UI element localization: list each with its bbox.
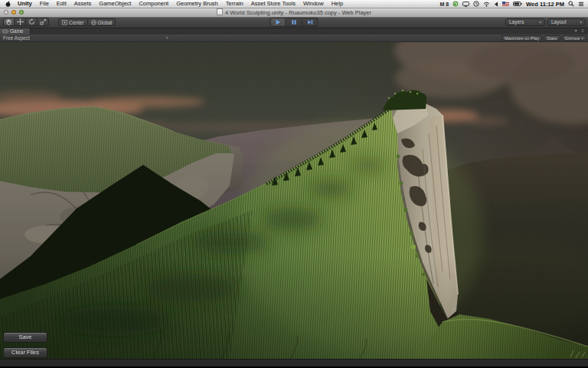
- notification-center-icon[interactable]: [578, 2, 584, 7]
- close-window-button[interactable]: [4, 10, 8, 15]
- chevron-down-icon: ▾: [580, 19, 582, 25]
- sync-status-icon[interactable]: [452, 1, 459, 7]
- globe-icon: [91, 20, 96, 25]
- play-button[interactable]: [270, 18, 286, 27]
- macos-menubar: Unity File Edit Assets GameObject Compon…: [0, 0, 588, 8]
- clear-files-button[interactable]: Clear Files: [3, 347, 47, 358]
- menu-assets[interactable]: Assets: [70, 0, 96, 8]
- space-toggle-button[interactable]: Global: [88, 18, 116, 26]
- vignette: [0, 256, 588, 359]
- volume-icon[interactable]: [494, 2, 498, 7]
- window-titlebar[interactable]: 4 World Sculpting.unity - Ruaumoko35 cop…: [0, 8, 588, 18]
- save-button[interactable]: Save: [3, 332, 47, 343]
- layers-dropdown[interactable]: Layers▾: [505, 18, 545, 26]
- menubar-clock[interactable]: Wed 11:12 PM: [526, 1, 564, 8]
- document-proxy-icon: [217, 8, 223, 15]
- menu-window[interactable]: Window: [299, 0, 328, 8]
- transform-tools: [3, 18, 49, 26]
- terrain-scene: [0, 41, 588, 359]
- pivot-space-toggles: Center Global: [58, 18, 116, 26]
- hand-tool-button[interactable]: [3, 18, 15, 26]
- gameview-controlbar: Free Aspect + Maximize on Play Stats Giz…: [0, 34, 588, 42]
- aspect-dropdown[interactable]: Free Aspect: [3, 34, 30, 41]
- layout-dropdown[interactable]: Layout▾: [547, 18, 586, 26]
- display-menu-icon[interactable]: [462, 2, 469, 7]
- move-icon: [17, 18, 24, 25]
- scale-icon: [40, 18, 47, 25]
- menu-component[interactable]: Component: [135, 0, 172, 8]
- move-tool-button[interactable]: [15, 18, 26, 26]
- chevron-down-icon: ▾: [581, 36, 583, 41]
- battery-icon[interactable]: [513, 2, 522, 6]
- menu-edit[interactable]: Edit: [53, 0, 70, 8]
- apple-menu[interactable]: [2, 1, 14, 7]
- spotlight-search-icon[interactable]: [568, 1, 574, 7]
- hand-icon: [5, 18, 12, 25]
- play-icon: [275, 19, 282, 25]
- menu-file[interactable]: File: [36, 0, 53, 8]
- menu-help[interactable]: Help: [328, 0, 347, 8]
- pause-icon: [290, 19, 297, 25]
- pause-button[interactable]: [286, 18, 302, 27]
- menu-terrain[interactable]: Terrain: [222, 0, 247, 8]
- menu-asset-store-tools[interactable]: Asset Store Tools: [247, 0, 299, 8]
- rotate-tool-button[interactable]: [26, 18, 38, 26]
- gamepad-icon: [2, 29, 8, 34]
- menu-unity[interactable]: Unity: [14, 0, 36, 8]
- tab-game[interactable]: Game: [0, 28, 31, 34]
- rotate-icon: [28, 18, 35, 25]
- panel-menu-icons[interactable]: ▾ ≡: [575, 28, 586, 34]
- zoom-window-button[interactable]: [19, 10, 24, 15]
- window-title: 4 World Sculpting.unity - Ruaumoko35 cop…: [0, 8, 588, 17]
- input-language-flag-icon[interactable]: [502, 2, 509, 6]
- game-viewport: [0, 41, 588, 359]
- chevron-down-icon: ▾: [539, 19, 541, 25]
- time-machine-icon[interactable]: [473, 1, 479, 7]
- scale-tool-button[interactable]: [38, 18, 49, 26]
- plus-icon: +: [165, 34, 168, 41]
- pivot-toggle-button[interactable]: Center: [58, 18, 88, 26]
- menu-gameobject[interactable]: GameObject: [95, 0, 135, 8]
- window-bottom-edge: [0, 359, 588, 366]
- maximize-on-play-toggle[interactable]: Maximize on Play: [501, 35, 542, 41]
- unity-toolbar: Center Global Layers▾ Layout▾: [0, 17, 588, 28]
- menu-geometry-brush[interactable]: Geometry Brush: [172, 0, 222, 8]
- step-button[interactable]: [302, 18, 318, 27]
- wifi-icon[interactable]: [483, 2, 490, 7]
- pivot-center-icon: [62, 20, 67, 25]
- step-icon: [306, 19, 313, 25]
- minimize-window-button[interactable]: [11, 10, 16, 15]
- gizmos-dropdown[interactable]: Gizmos▾: [562, 35, 586, 41]
- status-badge[interactable]: M 8: [439, 2, 449, 7]
- apple-icon: [5, 1, 11, 7]
- playback-controls: [270, 18, 318, 27]
- stats-toggle[interactable]: Stats: [544, 35, 560, 41]
